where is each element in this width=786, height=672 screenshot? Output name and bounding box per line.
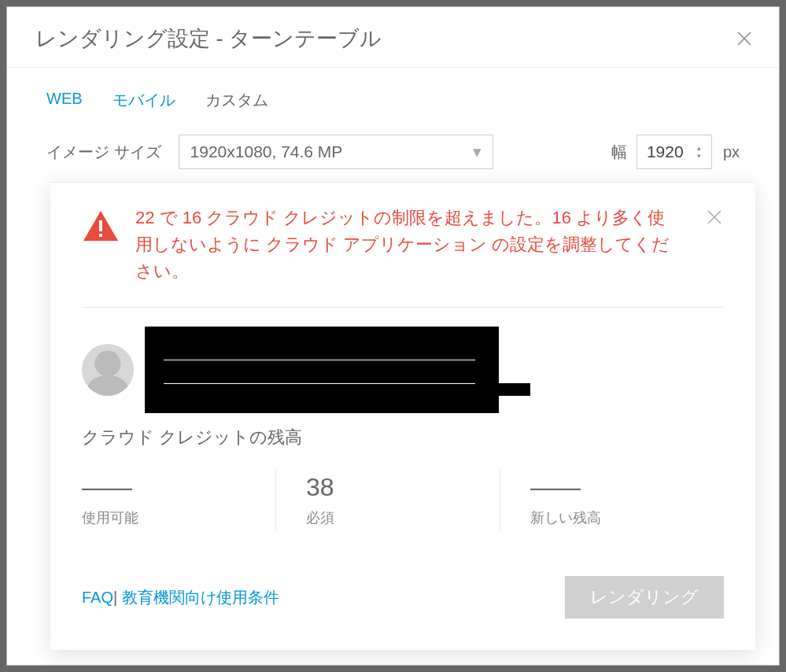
image-size-row: イメージ サイズ 1920x1080, 74.6 MP ▾ 幅 1920 ▴ ▾… <box>35 135 751 169</box>
width-stepper[interactable]: ▴ ▾ <box>697 137 708 167</box>
width-group: 幅 1920 ▴ ▾ px <box>611 135 740 169</box>
faq-link[interactable]: FAQ <box>82 589 113 606</box>
warning-row: 22 で 16 クラウド クレジットの制限を超えました。16 より多く使用しない… <box>82 205 724 308</box>
stat-available-value: —— <box>82 473 253 502</box>
dialog-title: レンダリング設定 - ターンテーブル <box>35 24 382 53</box>
credit-stats: —— 使用可能 38 必須 —— 新しい残高 <box>82 470 724 530</box>
redacted-user-info <box>145 327 499 413</box>
dialog-close-button[interactable] <box>732 26 757 51</box>
account-row <box>82 308 724 413</box>
image-size-select[interactable]: 1920x1080, 74.6 MP ▾ <box>179 135 493 169</box>
stat-new-balance-label: 新しい残高 <box>530 508 702 527</box>
stat-required-value: 38 <box>306 473 478 502</box>
warning-message: 22 で 16 クラウド クレジットの制限を超えました。16 より多く使用しない… <box>135 205 689 285</box>
dialog-body: WEB モバイル カスタム イメージ サイズ 1920x1080, 74.6 M… <box>7 68 779 183</box>
close-icon <box>705 208 724 227</box>
stat-required: 38 必須 <box>275 470 500 530</box>
chevron-down-icon: ▾ <box>697 153 708 160</box>
tabs: WEB モバイル カスタム <box>35 90 751 111</box>
dialog-titlebar: レンダリング設定 - ターンテーブル <box>7 7 779 68</box>
stat-new-balance-value: —— <box>530 473 702 502</box>
chevron-down-icon: ▾ <box>473 142 482 161</box>
tab-custom[interactable]: カスタム <box>205 90 268 111</box>
stat-new-balance: —— 新しい残高 <box>500 470 724 530</box>
image-size-label: イメージ サイズ <box>46 142 168 163</box>
render-settings-dialog: レンダリング設定 - ターンテーブル WEB モバイル カスタム イメージ サイ… <box>6 6 780 666</box>
terms-link[interactable]: 教育機関向け使用条件 <box>122 589 279 606</box>
tab-mobile[interactable]: モバイル <box>113 90 175 111</box>
balance-title: クラウド クレジットの残高 <box>82 426 724 449</box>
warning-icon <box>82 209 120 242</box>
width-input[interactable]: 1920 ▴ ▾ <box>637 135 712 169</box>
credits-panel: 22 で 16 クラウド クレジットの制限を超えました。16 より多く使用しない… <box>50 182 755 650</box>
stat-available-label: 使用可能 <box>82 508 253 527</box>
width-value: 1920 <box>647 142 684 161</box>
warning-close-button[interactable] <box>705 208 724 230</box>
width-unit: px <box>723 143 740 161</box>
svg-rect-1 <box>99 234 102 237</box>
chevron-up-icon: ▴ <box>697 145 708 152</box>
close-icon <box>735 29 754 48</box>
image-size-value: 1920x1080, 74.6 MP <box>190 142 343 161</box>
svg-rect-0 <box>99 220 102 231</box>
panel-footer: FAQ| 教育機関向け使用条件 レンダリング <box>82 576 724 618</box>
link-separator: | <box>113 589 117 606</box>
width-label: 幅 <box>611 142 627 163</box>
tab-web[interactable]: WEB <box>46 90 83 111</box>
footer-links: FAQ| 教育機関向け使用条件 <box>82 587 279 608</box>
stat-available: —— 使用可能 <box>82 470 275 530</box>
stat-required-label: 必須 <box>306 508 478 527</box>
avatar <box>82 344 134 396</box>
render-button[interactable]: レンダリング <box>565 576 724 618</box>
